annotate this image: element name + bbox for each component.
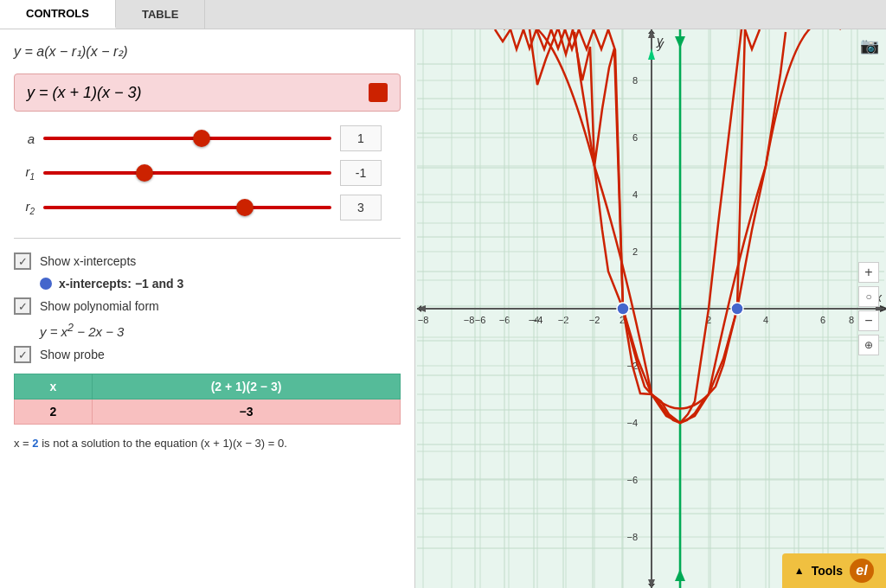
slider-track-bg-r1 bbox=[43, 171, 331, 175]
svg-text:−8: −8 bbox=[418, 315, 429, 325]
slider-thumb-a[interactable] bbox=[193, 130, 210, 147]
svg-text:4: 4 bbox=[763, 315, 768, 325]
zoom-minus-button[interactable]: − bbox=[858, 310, 879, 331]
probe-col1-value: 2 bbox=[15, 399, 93, 425]
checkbox-probe-label[interactable]: Show probe bbox=[40, 348, 105, 361]
probe-note: x = 2 is not a solution to the equation … bbox=[14, 435, 401, 452]
svg-text:y: y bbox=[657, 37, 664, 51]
slider-track-bg-a bbox=[43, 137, 331, 140]
slider-track-a[interactable] bbox=[43, 131, 331, 145]
formula-text: y = a(x − r₁)(x − r₂) bbox=[14, 44, 128, 59]
main-layout: y = a(x − r₁)(x − r₂) y = (x + 1)(x − 3)… bbox=[0, 29, 886, 588]
graph-area: x y −8 −6 −4 −2 2 bbox=[415, 29, 886, 588]
checkbox-probe[interactable]: ✓ bbox=[14, 346, 31, 363]
slider-value-r1[interactable]: -1 bbox=[340, 160, 382, 186]
checkbox-intercepts[interactable]: ✓ bbox=[14, 252, 31, 270]
slider-value-r2[interactable]: 3 bbox=[340, 195, 382, 220]
tools-icon: el bbox=[850, 559, 874, 583]
slider-track-r2[interactable] bbox=[43, 201, 331, 214]
svg-text:8: 8 bbox=[849, 315, 854, 325]
tab-controls-label: CONTROLS bbox=[26, 7, 89, 20]
checkbox-polynomial[interactable]: ✓ bbox=[14, 297, 31, 315]
slider-val-text-r1: -1 bbox=[356, 166, 366, 180]
slider-thumb-r1[interactable] bbox=[136, 164, 153, 182]
svg-text:−8: −8 bbox=[464, 315, 475, 325]
formula-header: y = a(x − r₁)(x − r₂) bbox=[14, 43, 401, 60]
svg-text:6: 6 bbox=[820, 315, 825, 325]
svg-text:6: 6 bbox=[632, 132, 638, 143]
color-swatch[interactable] bbox=[369, 83, 388, 102]
zoom-controls: + ○ − ⊕ bbox=[858, 262, 879, 355]
slider-row-r1: r1 -1 bbox=[14, 160, 401, 186]
check-row-polynomial: ✓ Show polynomial form bbox=[14, 297, 401, 315]
svg-text:−2: −2 bbox=[558, 315, 569, 325]
graph-svg[interactable]: x y −8 −6 −4 −2 2 bbox=[415, 29, 886, 588]
probe-col1-header: x bbox=[15, 374, 93, 399]
camera-button[interactable]: 📷 bbox=[860, 36, 879, 55]
check-row-intercepts: ✓ Show x-intercepts bbox=[14, 252, 401, 270]
equation-text: y = (x + 1)(x − 3) bbox=[27, 84, 142, 102]
slider-track-bg-r2 bbox=[43, 206, 331, 209]
zoom-home-button[interactable]: ○ bbox=[858, 286, 879, 307]
intercepts-display: x-intercepts: −1 and 3 bbox=[40, 277, 401, 291]
slider-label-r1: r1 bbox=[14, 164, 35, 182]
tab-table-label: TABLE bbox=[142, 8, 178, 21]
probe-note-x: 2 bbox=[32, 437, 38, 450]
left-panel: y = a(x − r₁)(x − r₂) y = (x + 1)(x − 3)… bbox=[0, 29, 415, 588]
sliders-section: a 1 r1 -1 bbox=[14, 122, 401, 224]
checkbox-polynomial-label[interactable]: Show polynomial form bbox=[40, 299, 159, 313]
checks-section: ✓ Show x-intercepts x-intercepts: −1 and… bbox=[14, 252, 401, 452]
tools-button[interactable]: ▲ Tools el bbox=[782, 553, 886, 588]
divider-1 bbox=[14, 238, 401, 239]
tools-label: Tools bbox=[812, 564, 843, 578]
intercepts-text: x-intercepts: −1 and 3 bbox=[59, 277, 183, 291]
slider-thumb-r2[interactable] bbox=[236, 199, 254, 216]
slider-val-text-r2: 3 bbox=[357, 201, 364, 214]
zoom-pan-button[interactable]: ⊕ bbox=[858, 335, 879, 355]
probe-col2-value: −3 bbox=[93, 399, 401, 425]
svg-text:−6: −6 bbox=[499, 315, 510, 325]
svg-text:2: 2 bbox=[632, 246, 638, 257]
zoom-plus-button[interactable]: + bbox=[858, 262, 879, 283]
equation-box: y = (x + 1)(x − 3) bbox=[14, 74, 401, 112]
x-intercept-dot-left bbox=[617, 303, 629, 315]
polynomial-display: y = x2 − 2x − 3 bbox=[40, 322, 401, 339]
x-intercept-dot-right bbox=[731, 303, 743, 315]
probe-note-text-1: x = bbox=[14, 437, 32, 450]
slider-label-r2: r2 bbox=[14, 199, 35, 216]
slider-row-r2: r2 3 bbox=[14, 195, 401, 220]
svg-text:−6: −6 bbox=[475, 315, 486, 325]
probe-col2-header: (2 + 1)(2 − 3) bbox=[93, 374, 401, 399]
tab-table[interactable]: TABLE bbox=[116, 0, 205, 29]
svg-text:4: 4 bbox=[632, 189, 638, 200]
tab-controls[interactable]: CONTROLS bbox=[0, 0, 116, 29]
slider-track-r1[interactable] bbox=[43, 166, 331, 180]
svg-text:−8: −8 bbox=[626, 532, 638, 542]
svg-text:−4: −4 bbox=[532, 315, 543, 325]
svg-text:−4: −4 bbox=[626, 418, 638, 428]
slider-label-a: a bbox=[14, 131, 35, 146]
svg-text:−2: −2 bbox=[589, 315, 600, 325]
probe-table: x (2 + 1)(2 − 3) 2 −3 bbox=[14, 374, 401, 425]
check-row-probe: ✓ Show probe bbox=[14, 346, 401, 363]
blue-dot-icon bbox=[40, 278, 52, 290]
svg-text:8: 8 bbox=[632, 75, 638, 86]
svg-text:−6: −6 bbox=[626, 475, 638, 485]
tools-arrow-icon: ▲ bbox=[794, 565, 805, 577]
right-panel: x y −8 −6 −4 −2 2 bbox=[415, 29, 886, 588]
slider-val-text-a: 1 bbox=[357, 131, 364, 145]
probe-note-text-2: is not a solution to the equation (x + 1… bbox=[39, 437, 287, 450]
slider-value-a[interactable]: 1 bbox=[340, 125, 382, 151]
slider-row-a: a 1 bbox=[14, 125, 401, 151]
checkbox-intercepts-label[interactable]: Show x-intercepts bbox=[40, 254, 136, 268]
tabs-bar: CONTROLS TABLE bbox=[0, 0, 886, 29]
